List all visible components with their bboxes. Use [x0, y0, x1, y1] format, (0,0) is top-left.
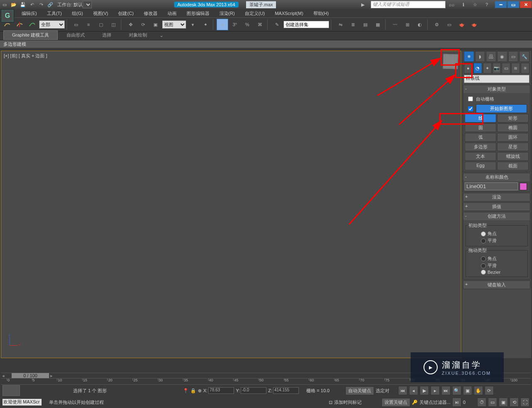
- schematic-icon[interactable]: ⊞: [401, 19, 413, 30]
- undo-icon[interactable]: ↶: [28, 1, 36, 8]
- time-config-icon[interactable]: ⏱: [477, 398, 486, 407]
- slider-right-arrow[interactable]: ▸: [49, 373, 54, 379]
- systems-icon[interactable]: ✳: [521, 63, 530, 74]
- move-tool-icon[interactable]: ✥: [125, 19, 136, 30]
- lock2-icon[interactable]: 🔒: [190, 388, 196, 393]
- save-icon[interactable]: 💾: [19, 1, 27, 8]
- menu-edit[interactable]: 编辑(E): [17, 10, 42, 17]
- menu-help[interactable]: 帮助(H): [308, 10, 334, 17]
- menu-graph-editor[interactable]: 图形编辑器: [182, 10, 214, 17]
- select-tool-icon[interactable]: ▭: [70, 19, 82, 30]
- link-icon[interactable]: 🔗: [47, 1, 54, 8]
- listener-welcome[interactable]: 欢迎使用 MAXScr: [2, 399, 42, 406]
- btn-helix[interactable]: 螺旋线: [497, 152, 529, 161]
- ribbon-tab-paint[interactable]: 对象绘制: [120, 30, 156, 40]
- mini-listener-toggle[interactable]: [2, 385, 20, 396]
- shape-category-select[interactable]: 样条线: [464, 75, 530, 83]
- btn-arc[interactable]: 弧: [465, 133, 496, 142]
- btn-donut[interactable]: 圆环: [497, 133, 529, 142]
- window-close[interactable]: ✕: [520, 1, 532, 8]
- nav-orbit-icon[interactable]: ⟳: [485, 386, 494, 395]
- render-icon[interactable]: 🫖: [456, 19, 468, 30]
- mirror-icon[interactable]: ⇋: [335, 19, 346, 30]
- angle-snap-icon[interactable]: 3°: [229, 19, 241, 30]
- btn-star[interactable]: 星形: [497, 143, 529, 151]
- nav-field-icon[interactable]: ▣: [463, 386, 472, 395]
- create-tab-icon[interactable]: ✳: [464, 51, 474, 62]
- time-slider-handle[interactable]: 0 / 100: [12, 373, 49, 378]
- app-menu-icon[interactable]: G: [1, 9, 14, 22]
- ribbon-subtab[interactable]: 多边形建模: [0, 40, 532, 48]
- btn-text[interactable]: 文本: [465, 152, 496, 161]
- geometry-category-icon[interactable]: ●: [464, 63, 473, 74]
- hierarchy-tab-icon[interactable]: 品: [486, 51, 496, 62]
- radio-init-corner[interactable]: [481, 231, 486, 236]
- binoculars-icon[interactable]: ⌕⌕: [448, 1, 456, 8]
- radio-drag-corner[interactable]: [481, 256, 486, 261]
- key-mode-icon[interactable]: ⏯: [452, 398, 461, 407]
- nav-rotate-icon[interactable]: ⟲: [510, 398, 519, 407]
- menu-render[interactable]: 渲染(R): [214, 10, 240, 17]
- snap-toggle-icon[interactable]: ⌗: [217, 19, 228, 30]
- auto-key-button[interactable]: 自动关键点: [345, 386, 374, 395]
- menu-modifier[interactable]: 修改器: [139, 10, 163, 17]
- auto-grid-checkbox[interactable]: [468, 96, 473, 101]
- bind-tool-icon[interactable]: [27, 19, 38, 30]
- coordinate-system-select[interactable]: 视图: [162, 20, 186, 29]
- radio-drag-smooth[interactable]: [481, 263, 486, 268]
- key-icon[interactable]: 🔑: [412, 400, 418, 405]
- shapes-category-icon[interactable]: ◔: [473, 63, 482, 74]
- start-new-shape-checkbox[interactable]: [468, 106, 473, 111]
- percent-snap-icon[interactable]: %: [241, 19, 253, 30]
- object-name-input[interactable]: [465, 182, 518, 190]
- key-filter[interactable]: 关键点过滤器...: [419, 399, 451, 406]
- new-icon[interactable]: ▭: [1, 1, 8, 8]
- x-field[interactable]: 78.63: [208, 387, 234, 394]
- y-field[interactable]: -0.0: [241, 387, 266, 394]
- menu-maxscript[interactable]: MAXScript(M): [270, 10, 308, 17]
- goto-start-icon[interactable]: ⏮: [398, 386, 407, 395]
- time-tag-icon[interactable]: ⊡: [329, 400, 332, 405]
- nav-zoom2-icon[interactable]: ▭: [488, 398, 497, 407]
- prev-frame-icon[interactable]: ◂: [409, 386, 418, 395]
- btn-ngon[interactable]: 多边形: [465, 143, 496, 151]
- select-name-icon[interactable]: ≡: [83, 19, 94, 30]
- rollout-creation-header[interactable]: -创建方法: [463, 212, 530, 220]
- selected-label[interactable]: 选定对: [376, 388, 397, 394]
- menu-view[interactable]: 视图(V): [88, 10, 113, 17]
- btn-egg[interactable]: Egg: [465, 162, 496, 170]
- play-icon[interactable]: ▶: [420, 386, 429, 395]
- slider-left-arrow[interactable]: ◂: [1, 373, 6, 379]
- add-time-tag[interactable]: 添加时间标记: [334, 399, 362, 406]
- radio-drag-bezier[interactable]: [481, 270, 486, 275]
- help-icon[interactable]: ?: [483, 1, 490, 8]
- btn-rectangle[interactable]: 矩形: [497, 114, 529, 123]
- radio-init-smooth[interactable]: [481, 238, 486, 243]
- align-icon[interactable]: ≣: [347, 19, 359, 30]
- window-maximize[interactable]: ▭: [507, 1, 519, 8]
- modify-tab-icon[interactable]: ◗: [475, 51, 485, 62]
- named-selection-sets[interactable]: 创建选择集: [283, 21, 329, 28]
- utilities-tab-icon[interactable]: 🔧: [519, 51, 530, 62]
- unlink-tool-icon[interactable]: [14, 19, 26, 30]
- current-frame[interactable]: 0: [463, 400, 475, 405]
- window-minimize[interactable]: ━: [495, 1, 507, 8]
- window-crossing-icon[interactable]: ◫: [108, 19, 119, 30]
- rollout-keyboard-header[interactable]: +键盘输入: [463, 281, 530, 289]
- manipulate-icon[interactable]: ✦: [200, 19, 211, 30]
- menu-create[interactable]: 创建(C): [113, 10, 138, 17]
- rotate-tool-icon[interactable]: ⟳: [137, 19, 149, 30]
- ribbon-tab-freeform[interactable]: 自由形式: [58, 30, 94, 40]
- select-region-icon[interactable]: ▢: [95, 19, 107, 30]
- curve-editor-icon[interactable]: 〰: [389, 19, 401, 30]
- layers-manager-icon[interactable]: ▦: [372, 19, 384, 30]
- menu-customize[interactable]: 自定义(U): [240, 10, 270, 17]
- layer-icon[interactable]: ▤: [360, 19, 371, 30]
- btn-section[interactable]: 截面: [497, 162, 529, 170]
- selection-filter-select[interactable]: 全部: [39, 20, 65, 29]
- next-frame-icon[interactable]: ▸: [431, 386, 440, 395]
- star-icon[interactable]: ☆: [471, 1, 479, 8]
- menu-tools[interactable]: 工具(T): [42, 10, 67, 17]
- motion-tab-icon[interactable]: ◉: [497, 51, 507, 62]
- spinner-snap-icon[interactable]: ⌘: [254, 19, 266, 30]
